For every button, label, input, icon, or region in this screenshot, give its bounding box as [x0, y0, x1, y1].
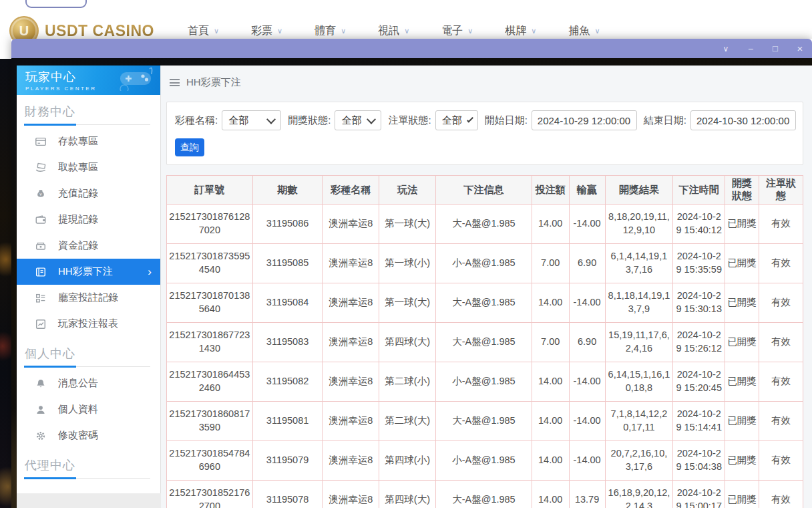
- maximize-icon[interactable]: □: [770, 44, 781, 53]
- sidebar-item-label: 個人資料: [58, 403, 98, 416]
- sidebar-item-label: 取款專區: [58, 161, 98, 174]
- table-cell: 第四球(大): [379, 323, 436, 362]
- table-cell: 31195082: [252, 362, 323, 402]
- column-header: 訂單號: [167, 176, 253, 205]
- table-cell: 2024-10-29 15:00:17: [673, 481, 725, 508]
- close-icon[interactable]: ×: [795, 43, 805, 53]
- table-cell: 2024-10-29 15:30:13: [673, 283, 725, 323]
- hamburger-icon[interactable]: [170, 79, 180, 86]
- table-cell: 13.79: [569, 481, 605, 508]
- chevron-down-icon: ∨: [341, 27, 346, 35]
- table-cell: 7.00: [532, 323, 569, 362]
- nav-item-label: 棋牌: [505, 24, 526, 38]
- chevron-right-icon: ›: [148, 266, 152, 277]
- table-cell: 大-A盤@1.985: [436, 323, 532, 362]
- nav-item-sports[interactable]: 體育∨: [315, 24, 346, 38]
- column-header: 下注信息: [436, 176, 532, 205]
- table-cell: 澳洲幸运8: [323, 481, 379, 508]
- sidebar-item-announcements[interactable]: 消息公告: [17, 370, 160, 396]
- table-cell: 第四球(大): [379, 481, 436, 508]
- table-row: 215217301876128702031195086澳洲幸运8第一球(大)大-…: [167, 205, 803, 244]
- lottery-name-select[interactable]: 全部: [222, 110, 281, 130]
- table-cell: 2152173018761287020: [167, 205, 253, 244]
- table-cell: 6.90: [569, 323, 605, 362]
- table-cell: 有效: [759, 244, 803, 283]
- nav-item-label: 視訊: [378, 24, 399, 38]
- filter-panel: 彩種名稱: 全部 開獎狀態: 全部 注單狀態: 全部: [166, 102, 803, 165]
- nav-item-label: 捕魚: [568, 24, 590, 38]
- table-row: 215217301864453246031195082澳洲幸运8第二球(小)小-…: [167, 362, 803, 402]
- table-cell: 2152173018521762700: [167, 481, 253, 508]
- nav-item-fishing[interactable]: 捕魚∨: [568, 24, 600, 38]
- sidebar-item-player-bet-report[interactable]: 玩家投注報表: [17, 311, 160, 337]
- column-header: 輸贏: [569, 176, 605, 205]
- section-underline: [24, 478, 150, 479]
- start-date-label: 開始日期:: [485, 114, 528, 127]
- window-titlebar[interactable]: ∨ − □ ×: [11, 39, 812, 58]
- lottery-name-value: 全部: [228, 114, 248, 127]
- table-cell: 有效: [759, 323, 803, 362]
- sidebar-item-hall-bet-records[interactable]: 廳室投註記錄: [17, 285, 160, 311]
- draw-status-select[interactable]: 全部: [335, 110, 381, 130]
- table-cell: 已開獎: [725, 205, 759, 244]
- sidebar-item-profile[interactable]: 個人資料: [17, 396, 160, 422]
- sidebar-item-label: 消息公告: [58, 377, 98, 390]
- column-header: 注單狀態: [759, 176, 803, 205]
- column-header: 彩種名稱: [323, 176, 379, 205]
- table-row: 215217301852176270031195078澳洲幸运8第四球(大)大-…: [167, 481, 803, 508]
- draw-status-value: 全部: [341, 114, 361, 127]
- table-cell: 31195078: [252, 481, 323, 508]
- sidebar-item-change-password[interactable]: 修改密碼: [17, 422, 160, 449]
- nav-item-label: 電子: [441, 24, 463, 38]
- table-cell: 澳洲幸运8: [323, 362, 379, 402]
- sidebar-item-hh-lottery-bets[interactable]: HH彩票下注›: [17, 259, 160, 285]
- gamepad-icon: [116, 67, 154, 94]
- players-center-window: ∨ − □ × 玩家中心 PLAYERS CENTER: [11, 39, 812, 508]
- person-icon: [35, 404, 47, 416]
- sidebar-item-label: 玩家投注報表: [58, 318, 118, 330]
- table-cell: 第二球(大): [379, 402, 436, 441]
- table-cell: -14.00: [569, 441, 605, 481]
- end-date-input[interactable]: [690, 110, 796, 130]
- table-cell: 澳洲幸运8: [323, 441, 379, 481]
- chevron-down-icon[interactable]: ∨: [721, 45, 731, 53]
- sidebar-item-withdrawal-record[interactable]: 提現記錄: [17, 207, 160, 233]
- sidebar-item-deposit[interactable]: 存款專區: [17, 128, 160, 154]
- table-cell: 2152173018701385640: [167, 283, 253, 323]
- table-cell: 第二球(小): [379, 362, 436, 402]
- table-cell: 大-A盤@1.985: [436, 205, 532, 244]
- chevron-down-icon: [467, 116, 473, 123]
- nav-item-home[interactable]: 首頁∨: [188, 24, 219, 38]
- table-cell: 已開獎: [725, 402, 759, 441]
- chevron-down-icon: ∨: [214, 27, 219, 35]
- section-underline: [24, 124, 150, 125]
- sidebar-section-heading-personal-center: 個人中心: [17, 337, 160, 366]
- table-cell: 有效: [759, 441, 803, 481]
- order-status-select[interactable]: 全部: [435, 110, 478, 130]
- table-cell: 有效: [759, 481, 803, 508]
- table-cell: 有效: [759, 283, 803, 323]
- nav-item-chess-cards[interactable]: 棋牌∨: [505, 24, 536, 38]
- column-header: 玩法: [379, 176, 436, 205]
- table-cell: 已開獎: [725, 481, 759, 508]
- nav-item-lottery[interactable]: 彩票∨: [251, 24, 282, 38]
- page-header: HH彩票下注: [170, 72, 812, 92]
- funds-icon: [35, 240, 47, 252]
- nav-item-electronic[interactable]: 電子∨: [441, 24, 473, 38]
- sidebar-item-recharge-record[interactable]: ¥充值記錄: [17, 180, 160, 207]
- table-cell: 2152173018547846960: [167, 441, 253, 481]
- table-cell: 8,18,20,19,11,12,9,10: [605, 205, 673, 244]
- nav-item-live-video[interactable]: 視訊∨: [378, 24, 409, 38]
- sidebar-item-withdraw[interactable]: 取款專區: [17, 154, 160, 180]
- minimize-icon[interactable]: −: [745, 44, 756, 53]
- table-cell: 有效: [759, 205, 803, 244]
- logo-text: USDT CASINO: [45, 22, 154, 40]
- page-title: HH彩票下注: [186, 76, 241, 89]
- start-date-input[interactable]: [532, 110, 637, 130]
- table-cell: 7.00: [532, 244, 569, 283]
- query-button[interactable]: 查詢: [175, 138, 204, 156]
- sidebar-item-funds-record[interactable]: 資金記錄: [17, 233, 160, 259]
- table-cell: 14.00: [532, 402, 569, 441]
- table-cell: 14.00: [532, 362, 569, 402]
- sidebar-item-label: 廳室投註記錄: [58, 291, 118, 304]
